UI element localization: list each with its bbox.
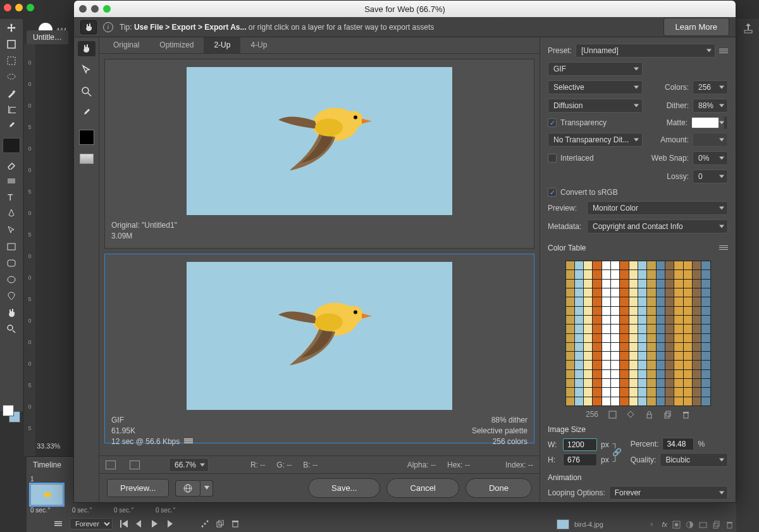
layer-thumb[interactable] bbox=[557, 519, 569, 529]
play-icon[interactable] bbox=[151, 520, 158, 528]
transparency-dither-select[interactable]: No Transparency Dit... bbox=[548, 133, 643, 147]
swatch[interactable] bbox=[593, 316, 601, 324]
swatch[interactable] bbox=[684, 316, 692, 324]
swatch[interactable] bbox=[602, 397, 610, 405]
learn-more-button[interactable]: Learn More bbox=[663, 18, 729, 36]
swatch[interactable] bbox=[638, 343, 646, 351]
swatch[interactable] bbox=[584, 288, 592, 297]
marquee-tool-icon[interactable] bbox=[6, 56, 16, 66]
swatch[interactable] bbox=[575, 261, 583, 269]
pen-tool-icon[interactable] bbox=[6, 209, 16, 219]
swatch[interactable] bbox=[602, 334, 610, 342]
swatch[interactable] bbox=[665, 343, 674, 351]
swatch[interactable] bbox=[584, 397, 592, 405]
metadata-select[interactable]: Copyright and Contact Info bbox=[587, 220, 728, 233]
swatch[interactable] bbox=[647, 397, 655, 405]
swatch[interactable] bbox=[602, 307, 610, 315]
swatch[interactable] bbox=[611, 370, 619, 378]
dither-amount[interactable]: 88% bbox=[693, 99, 728, 113]
hand-tool-icon[interactable] bbox=[6, 307, 16, 318]
type-tool-icon[interactable]: T bbox=[6, 192, 16, 202]
swatch[interactable] bbox=[684, 280, 692, 288]
transparency-checkbox[interactable] bbox=[548, 118, 557, 127]
zoom-tool-icon[interactable] bbox=[6, 324, 16, 334]
swatch[interactable] bbox=[693, 270, 701, 278]
swatch[interactable] bbox=[602, 280, 610, 288]
swatch[interactable] bbox=[593, 388, 601, 396]
swatch[interactable] bbox=[693, 288, 701, 297]
swatch[interactable] bbox=[584, 370, 592, 378]
swatch[interactable] bbox=[602, 288, 610, 297]
swatch[interactable] bbox=[701, 307, 710, 315]
swatch[interactable] bbox=[665, 334, 674, 342]
brush-tool-selected[interactable] bbox=[3, 138, 20, 153]
swatch[interactable] bbox=[584, 316, 592, 324]
swatch[interactable] bbox=[638, 325, 646, 333]
preview-button[interactable]: Preview... bbox=[107, 479, 169, 497]
eyedropper-tool[interactable] bbox=[78, 106, 96, 121]
swatch[interactable] bbox=[638, 316, 646, 324]
swatch[interactable] bbox=[629, 370, 638, 378]
swatch[interactable] bbox=[647, 343, 655, 351]
swatch[interactable] bbox=[665, 388, 674, 396]
swatch[interactable] bbox=[693, 370, 701, 378]
swatch[interactable] bbox=[701, 343, 710, 351]
interlaced-checkbox[interactable] bbox=[548, 154, 557, 163]
trash-icon[interactable] bbox=[725, 521, 734, 529]
swatch[interactable] bbox=[638, 370, 646, 378]
swatch[interactable] bbox=[584, 361, 592, 369]
swatch[interactable] bbox=[602, 270, 610, 278]
swatch[interactable] bbox=[657, 261, 665, 269]
dialog-zoom-icon[interactable] bbox=[103, 5, 111, 13]
swatch[interactable] bbox=[611, 297, 619, 306]
swatch[interactable] bbox=[575, 307, 583, 315]
swatch[interactable] bbox=[647, 307, 655, 315]
swatch[interactable] bbox=[657, 270, 665, 278]
swatch[interactable] bbox=[647, 334, 655, 342]
swatch[interactable] bbox=[575, 370, 583, 378]
swatch[interactable] bbox=[701, 316, 710, 324]
swatch[interactable] bbox=[575, 334, 583, 342]
swatch[interactable] bbox=[593, 370, 601, 378]
gradient-tool-icon[interactable] bbox=[6, 176, 16, 186]
swatch[interactable] bbox=[674, 307, 682, 315]
swatch[interactable] bbox=[620, 325, 628, 333]
colors-select[interactable]: 256 bbox=[693, 80, 728, 94]
tab-optimized[interactable]: Optimized bbox=[149, 37, 204, 53]
swatch[interactable] bbox=[611, 288, 619, 297]
swatch[interactable] bbox=[693, 280, 701, 288]
swatch[interactable] bbox=[593, 397, 601, 405]
swatch[interactable] bbox=[684, 352, 692, 360]
swatch[interactable] bbox=[566, 297, 574, 306]
swatch[interactable] bbox=[575, 280, 583, 288]
swatch[interactable] bbox=[584, 307, 592, 315]
swatch[interactable] bbox=[629, 379, 638, 387]
swatch[interactable] bbox=[584, 297, 592, 306]
swatch[interactable] bbox=[684, 307, 692, 315]
original-pane[interactable]: Original: "Untitled1" 3.09M bbox=[104, 59, 534, 249]
eraser-tool-icon[interactable] bbox=[6, 159, 16, 170]
swatch[interactable] bbox=[566, 334, 574, 342]
swatch[interactable] bbox=[693, 397, 701, 405]
save-button[interactable]: Save... bbox=[308, 478, 380, 498]
swatch[interactable] bbox=[657, 397, 665, 405]
swatch[interactable] bbox=[674, 343, 682, 351]
swatch[interactable] bbox=[629, 288, 638, 297]
swatch[interactable] bbox=[684, 261, 692, 269]
ct-new-icon[interactable] bbox=[663, 411, 672, 419]
swatch[interactable] bbox=[611, 261, 619, 269]
frame-4[interactable]: 0 sec.˅ bbox=[156, 505, 188, 514]
swatch[interactable] bbox=[575, 379, 583, 387]
swatch[interactable] bbox=[602, 325, 610, 333]
dialog-close-icon[interactable] bbox=[79, 5, 87, 13]
move-tool-icon[interactable] bbox=[6, 23, 16, 33]
swatch[interactable] bbox=[638, 361, 646, 369]
swatch[interactable] bbox=[647, 352, 655, 360]
swatch[interactable] bbox=[647, 288, 655, 297]
swatch[interactable] bbox=[701, 270, 710, 278]
swatch[interactable] bbox=[593, 280, 601, 288]
swatch[interactable] bbox=[629, 316, 638, 324]
swatch[interactable] bbox=[693, 352, 701, 360]
preset-select[interactable]: [Unnamed] bbox=[576, 44, 715, 58]
swatch[interactable] bbox=[620, 270, 628, 278]
